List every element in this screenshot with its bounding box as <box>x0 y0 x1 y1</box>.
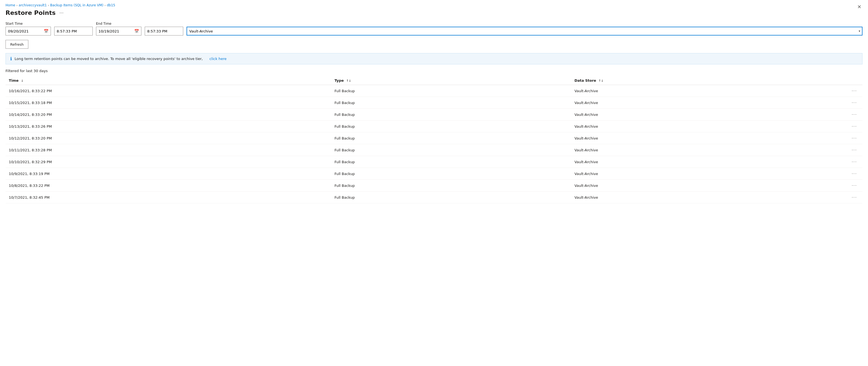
row-actions-button[interactable]: ··· <box>849 112 859 118</box>
cell-type: Full Backup <box>331 97 571 109</box>
filter-row: Start Time 📅 End Time 📅 <box>5 22 863 35</box>
col-header-actions <box>811 76 863 85</box>
cell-actions: ··· <box>811 180 863 191</box>
table-row: 10/10/2021, 8:32:29 PMFull BackupVault-A… <box>5 156 863 168</box>
row-actions-button[interactable]: ··· <box>849 135 859 141</box>
row-actions-button[interactable]: ··· <box>849 159 859 165</box>
sort-icon-type: ↑↓ <box>346 79 351 83</box>
cell-time: 10/16/2021, 8:33:22 PM <box>5 85 331 97</box>
more-options-button[interactable]: ··· <box>58 9 65 16</box>
start-time-label: Start Time <box>5 22 51 26</box>
sort-icon-time: ↓ <box>21 79 23 83</box>
cell-time: 10/7/2021, 8:32:45 PM <box>5 191 331 203</box>
sort-icon-datastore: ↑↓ <box>598 79 603 83</box>
end-time-group: End Time 📅 <box>96 22 142 35</box>
cell-type: Full Backup <box>331 191 571 203</box>
table-header-row: Time ↓ Type ↑↓ Data Store ↑↓ <box>5 76 863 85</box>
end-time-field-group <box>145 22 183 35</box>
row-actions-button[interactable]: ··· <box>849 171 859 177</box>
info-link[interactable]: click here <box>209 57 226 61</box>
cell-time: 10/10/2021, 8:32:29 PM <box>5 156 331 168</box>
datastore-group: Vault-Archive Vault-Standard Operational… <box>187 22 863 35</box>
row-actions-button[interactable]: ··· <box>849 194 859 200</box>
info-banner: ℹ Long term retention points can be move… <box>5 53 863 64</box>
title-row: Restore Points ··· <box>5 9 863 16</box>
col-header-datastore[interactable]: Data Store ↑↓ <box>571 76 811 85</box>
refresh-button[interactable]: Refresh <box>5 40 28 49</box>
breadcrumb-home[interactable]: Home <box>5 3 15 7</box>
table-row: 10/11/2021, 8:33:28 PMFull BackupVault-A… <box>5 144 863 156</box>
table-row: 10/14/2021, 8:33:20 PMFull BackupVault-A… <box>5 109 863 121</box>
breadcrumb-db15[interactable]: db15 <box>107 3 115 7</box>
row-actions-button[interactable]: ··· <box>849 100 859 106</box>
cell-actions: ··· <box>811 132 863 144</box>
cell-actions: ··· <box>811 109 863 121</box>
cell-type: Full Backup <box>331 132 571 144</box>
end-time-spacer <box>145 22 183 26</box>
breadcrumb-backup-items[interactable]: Backup Items (SQL in Azure VM) <box>50 3 103 7</box>
end-calendar-icon[interactable]: 📅 <box>132 29 141 33</box>
cell-time: 10/15/2021, 8:33:18 PM <box>5 97 331 109</box>
cell-type: Full Backup <box>331 144 571 156</box>
cell-actions: ··· <box>811 191 863 203</box>
info-icon: ℹ <box>10 56 12 61</box>
table-body: 10/16/2021, 8:33:22 PMFull BackupVault-A… <box>5 85 863 203</box>
info-text: Long term retention points can be moved … <box>14 57 203 61</box>
cell-datastore: Vault-Archive <box>571 144 811 156</box>
cell-datastore: Vault-Archive <box>571 85 811 97</box>
cell-time: 10/12/2021, 8:33:20 PM <box>5 132 331 144</box>
table-row: 10/15/2021, 8:33:18 PMFull BackupVault-A… <box>5 97 863 109</box>
cell-datastore: Vault-Archive <box>571 97 811 109</box>
cell-type: Full Backup <box>331 168 571 180</box>
cell-type: Full Backup <box>331 180 571 191</box>
row-actions-button[interactable]: ··· <box>849 88 859 94</box>
start-time-spacer <box>54 22 93 26</box>
end-time-label: End Time <box>96 22 142 26</box>
cell-datastore: Vault-Archive <box>571 156 811 168</box>
table-row: 10/16/2021, 8:33:22 PMFull BackupVault-A… <box>5 85 863 97</box>
cell-time: 10/8/2021, 8:33:22 PM <box>5 180 331 191</box>
datastore-select[interactable]: Vault-Archive Vault-Standard Operational <box>187 27 863 35</box>
breadcrumb-sep-1: › <box>16 4 17 7</box>
page-title: Restore Points <box>5 9 56 16</box>
cell-actions: ··· <box>811 97 863 109</box>
row-actions-button[interactable]: ··· <box>849 147 859 153</box>
close-button[interactable]: ✕ <box>856 3 863 10</box>
col-datastore-label: Data Store <box>575 79 596 83</box>
breadcrumb-sep-3: › <box>104 4 106 7</box>
cell-actions: ··· <box>811 156 863 168</box>
cell-actions: ··· <box>811 121 863 132</box>
cell-datastore: Vault-Archive <box>571 132 811 144</box>
end-time-input[interactable] <box>145 27 183 35</box>
cell-type: Full Backup <box>331 109 571 121</box>
table-row: 10/13/2021, 8:33:26 PMFull BackupVault-A… <box>5 121 863 132</box>
cell-time: 10/13/2021, 8:33:26 PM <box>5 121 331 132</box>
start-calendar-icon[interactable]: 📅 <box>41 29 51 33</box>
start-time-input[interactable] <box>54 27 93 35</box>
start-date-wrapper: 📅 <box>5 27 51 35</box>
col-header-type[interactable]: Type ↑↓ <box>331 76 571 85</box>
cell-time: 10/9/2021, 8:33:19 PM <box>5 168 331 180</box>
table-row: 10/8/2021, 8:33:22 PMFull BackupVault-Ar… <box>5 180 863 191</box>
cell-datastore: Vault-Archive <box>571 180 811 191</box>
col-time-label: Time <box>9 79 19 83</box>
start-date-input[interactable] <box>6 27 41 35</box>
table-row: 10/12/2021, 8:33:20 PMFull BackupVault-A… <box>5 132 863 144</box>
cell-time: 10/14/2021, 8:33:20 PM <box>5 109 331 121</box>
filter-label: Filtered for last 30 days <box>5 69 863 73</box>
cell-datastore: Vault-Archive <box>571 168 811 180</box>
breadcrumb-sep-2: › <box>48 4 49 7</box>
col-type-label: Type <box>335 79 344 83</box>
start-time-field-group <box>54 22 93 35</box>
breadcrumb-vault[interactable]: archiveccyvault1 <box>19 3 47 7</box>
col-header-time[interactable]: Time ↓ <box>5 76 331 85</box>
page-container: Home › archiveccyvault1 › Backup Items (… <box>0 0 868 207</box>
table-row: 10/7/2021, 8:32:45 PMFull BackupVault-Ar… <box>5 191 863 203</box>
cell-type: Full Backup <box>331 85 571 97</box>
row-actions-button[interactable]: ··· <box>849 182 859 188</box>
start-time-group: Start Time 📅 <box>5 22 51 35</box>
cell-actions: ··· <box>811 144 863 156</box>
table-row: 10/9/2021, 8:33:19 PMFull BackupVault-Ar… <box>5 168 863 180</box>
row-actions-button[interactable]: ··· <box>849 123 859 129</box>
end-date-input[interactable] <box>96 27 132 35</box>
